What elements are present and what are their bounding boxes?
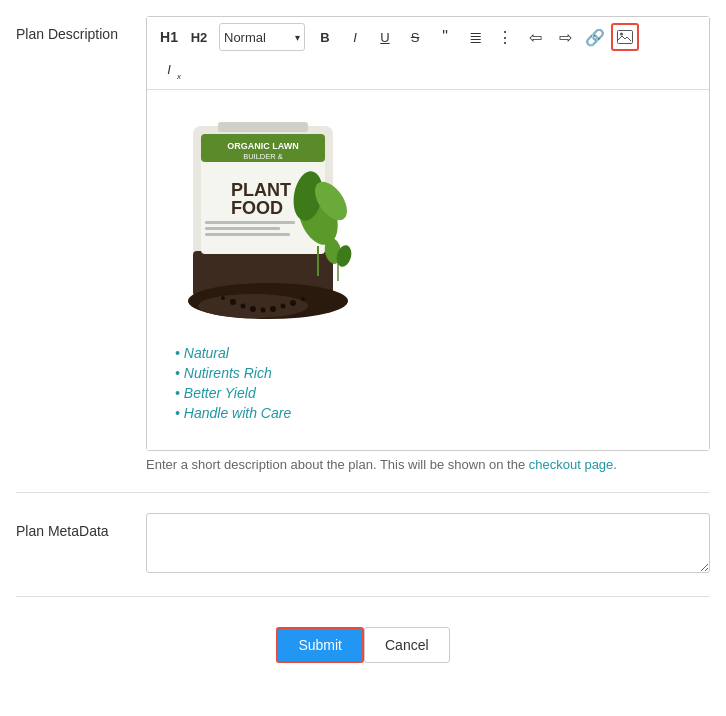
svg-point-24	[241, 304, 246, 309]
clear-format-button[interactable]: Ix	[155, 55, 183, 83]
svg-rect-19	[205, 221, 295, 224]
svg-text:PLANT: PLANT	[231, 180, 291, 200]
svg-rect-21	[205, 233, 290, 236]
svg-point-28	[281, 304, 286, 309]
svg-point-30	[221, 296, 225, 300]
svg-text:ORGANIC LAWN: ORGANIC LAWN	[227, 141, 299, 151]
product-image: ORGANIC LAWN BUILDER & PLANT FOOD	[163, 106, 373, 326]
svg-point-1	[620, 33, 623, 36]
plan-description-row: Plan Description H1 H2 Normal Heading 1 …	[16, 16, 710, 493]
image-button[interactable]	[611, 23, 639, 51]
list-item: Natural	[175, 345, 693, 361]
svg-point-27	[270, 306, 276, 312]
svg-point-23	[230, 299, 236, 305]
h1-button[interactable]: H1	[155, 23, 183, 51]
editor-body[interactable]: ORGANIC LAWN BUILDER & PLANT FOOD	[147, 90, 709, 450]
editor-toolbar: H1 H2 Normal Heading 1 Heading 2 Heading…	[147, 17, 709, 90]
link-button[interactable]: 🔗	[581, 23, 609, 51]
svg-rect-20	[205, 227, 280, 230]
help-text: Enter a short description about the plan…	[146, 457, 710, 472]
plan-description-content: H1 H2 Normal Heading 1 Heading 2 Heading…	[146, 16, 710, 472]
plan-metadata-label: Plan MetaData	[16, 513, 146, 539]
svg-rect-0	[618, 31, 633, 44]
svg-text:FOOD: FOOD	[231, 198, 283, 218]
svg-point-31	[301, 297, 305, 301]
svg-text:BUILDER &: BUILDER &	[243, 152, 283, 161]
ordered-list-button[interactable]: ≣	[461, 23, 489, 51]
cancel-button[interactable]: Cancel	[364, 627, 450, 663]
unordered-list-button[interactable]: ⋮	[491, 23, 519, 51]
features-list: Natural Nutirents Rich Better Yield Hand…	[175, 345, 693, 421]
plan-metadata-content	[146, 513, 710, 576]
list-item: Handle with Care	[175, 405, 693, 421]
plan-metadata-row: Plan MetaData	[16, 513, 710, 597]
list-item: Nutirents Rich	[175, 365, 693, 381]
h2-button[interactable]: H2	[185, 23, 213, 51]
svg-rect-22	[218, 122, 308, 132]
toolbar-row-2: Ix	[155, 55, 183, 83]
rich-text-editor[interactable]: H1 H2 Normal Heading 1 Heading 2 Heading…	[146, 16, 710, 451]
align-right-button[interactable]: ⇨	[551, 23, 579, 51]
product-image-container: ORGANIC LAWN BUILDER & PLANT FOOD	[163, 106, 693, 329]
svg-point-29	[290, 300, 296, 306]
format-select[interactable]: Normal Heading 1 Heading 2 Heading 3	[224, 30, 300, 45]
plan-description-label: Plan Description	[16, 16, 146, 42]
bold-button[interactable]: B	[311, 23, 339, 51]
svg-point-26	[261, 308, 266, 313]
underline-button[interactable]: U	[371, 23, 399, 51]
blockquote-button[interactable]: "	[431, 23, 459, 51]
form-buttons-row: Submit Cancel	[16, 617, 710, 673]
italic-button[interactable]: I	[341, 23, 369, 51]
submit-button[interactable]: Submit	[276, 627, 364, 663]
checkout-link[interactable]: checkout page	[529, 457, 614, 472]
strikethrough-button[interactable]: S	[401, 23, 429, 51]
svg-point-25	[250, 306, 256, 312]
metadata-input[interactable]	[146, 513, 710, 573]
align-left-button[interactable]: ⇦	[521, 23, 549, 51]
toolbar-row-1: H1 H2 Normal Heading 1 Heading 2 Heading…	[155, 23, 701, 51]
format-select-wrapper[interactable]: Normal Heading 1 Heading 2 Heading 3 ▾	[219, 23, 305, 51]
list-item: Better Yield	[175, 385, 693, 401]
